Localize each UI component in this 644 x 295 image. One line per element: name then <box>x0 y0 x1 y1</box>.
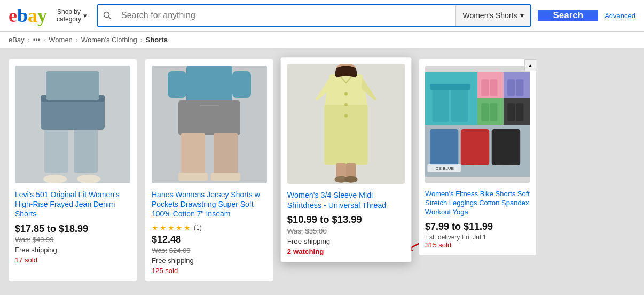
product-price-4: $7.99 to $11.99 <box>425 221 530 232</box>
search-button[interactable]: Search <box>538 10 598 21</box>
svg-point-23 <box>344 103 348 106</box>
svg-point-9 <box>77 175 100 183</box>
star-3: ★ <box>168 223 175 232</box>
jersey-shorts-image <box>152 66 267 183</box>
denim-shorts-image <box>15 66 130 183</box>
shop-by-category-button[interactable]: Shop by category ▾ <box>53 6 90 26</box>
svg-rect-16 <box>181 133 205 175</box>
svg-point-24 <box>344 114 348 117</box>
product-stars-2: ★ ★ ★ ★ ★ (1) <box>152 223 267 232</box>
product-shipping-2: Free shipping <box>152 257 267 265</box>
product-price-3: $10.99 to $13.99 <box>287 214 405 226</box>
shirtdress-image <box>287 64 405 183</box>
search-bar: Women's Shorts ▾ <box>97 4 531 27</box>
svg-rect-18 <box>178 173 208 181</box>
svg-text:ICE BLUE: ICE BLUE <box>434 166 453 171</box>
svg-point-22 <box>344 92 348 96</box>
svg-line-1 <box>109 17 112 20</box>
star-4: ★ <box>176 223 183 232</box>
svg-rect-13 <box>232 71 251 98</box>
product-shipping-3: Free shipping <box>287 237 405 245</box>
svg-rect-47 <box>516 103 523 121</box>
svg-rect-50 <box>439 129 459 165</box>
svg-rect-5 <box>41 98 105 130</box>
star-count-2: (1) <box>194 224 202 231</box>
breadcrumb-womens-clothing[interactable]: Women's Clothing <box>81 36 137 44</box>
product-delivery-4: Est. delivery Fri, Jul 1 <box>425 234 530 241</box>
breadcrumb-women[interactable]: Women <box>49 36 73 44</box>
product-title-1[interactable]: Levi's 501 Original Fit Women's High-Ris… <box>15 190 130 219</box>
product-image-1 <box>15 66 130 183</box>
breadcrumb-sep-2: › <box>43 36 45 44</box>
svg-rect-46 <box>507 103 515 121</box>
product-shipping-1: Free shipping <box>15 246 130 254</box>
product-listing: Levi's 501 Original Fit Women's High-Ris… <box>0 49 644 292</box>
product-card-4[interactable]: ICE BLUE Women's Fitness Bike Shorts Sof… <box>419 59 536 255</box>
svg-rect-44 <box>490 103 497 121</box>
breadcrumb-sep-1: › <box>28 36 30 44</box>
breadcrumb-current: Shorts <box>146 36 168 44</box>
product-sold-1: 17 sold <box>15 256 130 264</box>
svg-rect-7 <box>46 71 99 100</box>
scroll-up-button[interactable]: ▲ <box>524 59 536 71</box>
star-2: ★ <box>160 223 167 232</box>
svg-rect-54 <box>501 129 521 165</box>
chevron-down-icon: ▾ <box>520 11 524 20</box>
star-1: ★ <box>152 223 159 232</box>
breadcrumb-sep-3: › <box>76 36 78 44</box>
product-card-1[interactable]: Levi's 501 Original Fit Women's High-Ris… <box>9 59 137 281</box>
search-icon <box>98 5 117 26</box>
featured-card-container: Women's 3/4 Sleeve Midi Shirtdress - Uni… <box>282 59 410 281</box>
ebay-logo[interactable]: ebay <box>9 4 47 27</box>
svg-rect-43 <box>481 103 489 121</box>
svg-point-8 <box>43 175 67 183</box>
product-was-price-1: Was: $49.99 <box>15 236 130 244</box>
product-watching-3: 2 watching <box>287 248 405 256</box>
svg-rect-11 <box>186 66 232 103</box>
breadcrumb-more[interactable]: ••• <box>33 36 41 44</box>
product-title-3[interactable]: Women's 3/4 Sleeve Midi Shirtdress - Uni… <box>287 190 405 210</box>
product-price-2: $12.48 <box>152 234 267 245</box>
product-image-4: ICE BLUE <box>425 66 530 183</box>
svg-rect-12 <box>168 71 186 98</box>
product-card-2[interactable]: Hanes Womens Jersey Shorts w Pockets Dra… <box>145 59 273 281</box>
partial-card-container: ICE BLUE Women's Fitness Bike Shorts Sof… <box>419 59 536 281</box>
shop-category-label: Shop by category <box>57 8 81 24</box>
category-selected-label: Women's Shorts <box>462 11 517 20</box>
product-was-price-2: Was: $24.00 <box>152 246 267 254</box>
svg-rect-34 <box>451 87 468 122</box>
product-price-1: $17.85 to $18.99 <box>15 223 130 235</box>
chevron-down-icon: ▾ <box>83 12 87 20</box>
header: ebay Shop by category ▾ Women's Shorts ▾… <box>0 0 644 32</box>
breadcrumb-ebay[interactable]: eBay <box>9 36 25 44</box>
bike-shorts-image: ICE BLUE <box>425 66 530 183</box>
advanced-search-link[interactable]: Advanced <box>604 12 635 20</box>
svg-rect-27 <box>346 163 356 178</box>
star-5: ★ <box>184 223 191 232</box>
svg-rect-35 <box>430 84 470 90</box>
search-input[interactable] <box>117 5 455 26</box>
svg-rect-52 <box>470 129 490 165</box>
svg-point-0 <box>104 12 109 18</box>
svg-rect-33 <box>432 87 449 122</box>
product-image-3 <box>287 64 405 183</box>
svg-rect-40 <box>507 79 515 96</box>
svg-rect-37 <box>481 79 489 96</box>
product-title-2[interactable]: Hanes Womens Jersey Shorts w Pockets Dra… <box>152 190 267 219</box>
breadcrumb: eBay › ••• › Women › Women's Clothing › … <box>0 32 644 49</box>
svg-point-29 <box>344 176 357 183</box>
svg-rect-21 <box>324 105 368 165</box>
svg-rect-38 <box>490 79 497 96</box>
product-image-2 <box>152 66 267 183</box>
product-sold-4: 315 sold <box>425 241 530 249</box>
product-was-price-3: Was: $35.00 <box>287 227 405 235</box>
product-title-4[interactable]: Women's Fitness Bike Shorts Soft Stretch… <box>425 190 530 217</box>
svg-rect-19 <box>211 173 240 181</box>
product-card-3[interactable]: Women's 3/4 Sleeve Midi Shirtdress - Uni… <box>281 57 412 262</box>
category-dropdown-button[interactable]: Women's Shorts ▾ <box>455 5 530 26</box>
product-sold-2: 125 sold <box>152 267 267 275</box>
svg-rect-41 <box>516 79 523 96</box>
svg-rect-26 <box>336 163 346 178</box>
breadcrumb-sep-4: › <box>140 36 143 44</box>
svg-rect-17 <box>214 133 238 175</box>
